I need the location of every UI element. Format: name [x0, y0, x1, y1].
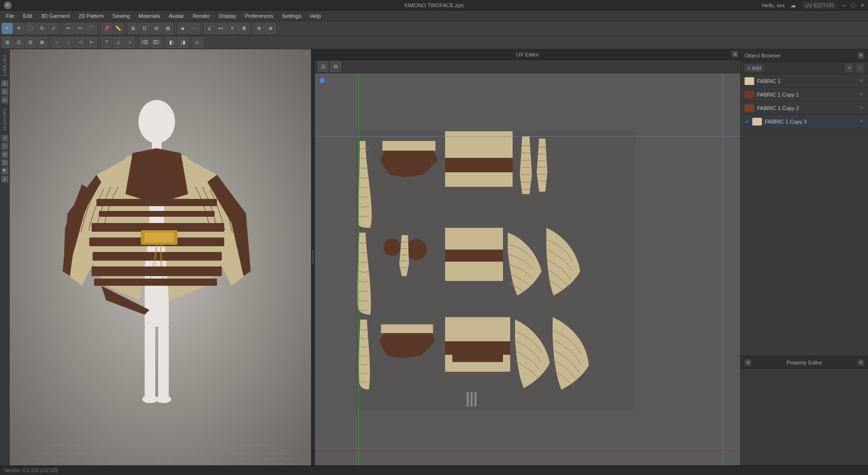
move-tool-btn[interactable]: ✛ [14, 23, 24, 34]
sidebar-label-history: HISTORY [2, 108, 7, 130]
fabric-1-eye[interactable]: 👁 [859, 78, 864, 84]
fabric-4-eye[interactable]: 👁 [859, 119, 864, 124]
rotate-tool-btn[interactable]: ↻ [37, 23, 47, 34]
tb-btn-7[interactable]: ⊣ [75, 37, 85, 48]
sidebar-icon-6[interactable]: ⊠ [1, 151, 8, 158]
grid-btn[interactable]: ⊟ [151, 23, 162, 34]
uv-frame-btn[interactable]: ⊡ [318, 61, 328, 72]
ob-tool-1[interactable]: ⊞ [845, 64, 854, 72]
minimize-button[interactable]: – [842, 2, 846, 9]
tb-btn-3[interactable]: ⊟ [25, 37, 36, 48]
menu-item-help[interactable]: Help [306, 12, 325, 20]
pin-tool-btn[interactable]: 📌 [101, 23, 112, 34]
app-title: KIMONO TWOFACE.zprj [405, 2, 464, 8]
sidebar-icon-7[interactable]: ⊡ [1, 159, 8, 166]
menu-item-preferences[interactable]: Preferences [241, 12, 277, 20]
tb-btn-14[interactable]: ◧ [166, 37, 176, 48]
sidebar-icon-8[interactable]: 🔍 [1, 168, 8, 174]
panel-resize-handle[interactable] [311, 49, 315, 465]
tb-btn-1[interactable]: ⊞ [2, 37, 13, 48]
fabric-item-3[interactable]: FABRIC 1 Copy 2 👁 [741, 101, 868, 115]
menu-item-materials[interactable]: Materials [135, 12, 164, 20]
toolbar-sep-b3 [137, 38, 137, 47]
align-btn[interactable]: ≡ [227, 23, 238, 34]
tb-btn-8[interactable]: ⊢ [86, 37, 97, 48]
menu-item-avatar[interactable]: Avatar [165, 12, 188, 20]
symmetry-btn[interactable]: ⊠ [163, 23, 173, 34]
toolbar-sep-6 [251, 24, 252, 33]
transform-btn[interactable]: ◈ [177, 23, 188, 34]
ob-tool-2[interactable]: ⊡ [855, 64, 864, 72]
select-tool-btn[interactable]: ↖ [2, 23, 13, 34]
tb-btn-9[interactable]: ⊤ [101, 37, 112, 48]
toolbar-sep-1 [61, 24, 61, 33]
add-fabric-button[interactable]: + Add [745, 64, 764, 72]
uv-bottom-boundary [315, 448, 740, 448]
curve-tool-btn[interactable]: ⌒ [86, 23, 97, 34]
uv-camera-btn[interactable]: ⊟ [330, 61, 341, 72]
svg-rect-55 [452, 355, 503, 362]
sidebar-icon-3[interactable]: ◈ [1, 97, 8, 103]
tb-btn-4[interactable]: ⊠ [37, 37, 47, 48]
tb-btn-2[interactable]: ⊡ [14, 37, 24, 48]
tb-btn-10[interactable]: ⊥ [113, 37, 123, 48]
close-button[interactable]: × [861, 2, 864, 9]
sidebar-icon-1[interactable]: ⊞ [1, 80, 8, 87]
distribute-btn[interactable]: ≣ [239, 23, 249, 34]
fabric-3-eye[interactable]: 👁 [859, 105, 864, 111]
property-editor-expand[interactable]: ⊞ [745, 359, 751, 366]
scissors-tool-btn[interactable]: ✂ [75, 23, 85, 34]
sidebar-icon-4[interactable]: ↺ [1, 135, 8, 141]
sidebar-icon-2[interactable]: ⊟ [1, 88, 8, 95]
viewport-resize-indicator: ⊡ [305, 51, 309, 56]
menu-item-3d-garment[interactable]: 3D Garment [37, 12, 74, 20]
maximize-button[interactable]: □ [852, 2, 855, 9]
svg-rect-20 [94, 279, 217, 286]
menu-item-edit[interactable]: Edit [19, 12, 36, 20]
svg-rect-56 [467, 392, 469, 406]
uv-editor-toolbar: ⊡ ⊟ [315, 60, 740, 73]
menu-item-2d-pattern[interactable]: 2D Pattern [75, 12, 108, 20]
angle-btn[interactable]: ∠ [204, 23, 215, 34]
tb-btn-16[interactable]: ▷ [192, 37, 203, 48]
uv-editor-titlebar: UV Editor ⊞ [315, 49, 740, 60]
toolbar-sep-b5 [190, 38, 190, 47]
tb-btn-11[interactable]: ⊦ [124, 37, 135, 48]
object-browser-expand[interactable]: ⊞ [857, 52, 864, 59]
tb-btn-13[interactable]: ⌦ [151, 37, 162, 48]
extra-btn-1[interactable]: ⊕ [254, 23, 264, 34]
menu-item-render[interactable]: Render [189, 12, 214, 20]
svg-rect-19 [92, 266, 222, 276]
fabric-item-4[interactable]: ✓ FABRIC 1 Copy 3 👁 [741, 115, 868, 128]
snap-btn[interactable]: ⊡ [139, 23, 150, 34]
tb-btn-6[interactable]: ↕ [63, 37, 74, 48]
fabric-2-eye[interactable]: 👁 [859, 92, 864, 97]
flatten-btn[interactable]: ⊷ [216, 23, 226, 34]
uv-editor-area: UV Editor ⊞ ⊡ ⊟ [315, 49, 740, 465]
fabric-item-2[interactable]: FABRIC 1 Copy 1 👁 [741, 88, 868, 101]
seam-btn[interactable]: ⊞ [128, 23, 138, 34]
left-sidebar: LIBRARY ⊞ ⊟ ◈ HISTORY ↺ ↻ ⊠ ⊡ 🔍 ⊕ [0, 49, 10, 465]
cloud-icon[interactable]: ☁ [790, 2, 796, 9]
user-greeting: Hello, xxx [762, 2, 785, 8]
select-rect-btn[interactable]: ⬚ [25, 23, 36, 34]
measure-tool-btn[interactable]: 📏 [113, 23, 123, 34]
uv-titlebar-expand[interactable]: ⊞ [732, 51, 738, 57]
fabric-item-1[interactable]: FABRIC 1 👁 [741, 74, 868, 88]
menu-item-settings[interactable]: Settings [278, 12, 305, 20]
scale-tool-btn[interactable]: ⤢ [48, 23, 59, 34]
tb-btn-12[interactable]: ⌫ [139, 37, 150, 48]
menu-item-file[interactable]: File [2, 12, 18, 20]
menu-item-sewing[interactable]: Sewing [108, 12, 134, 20]
uv-canvas[interactable] [315, 73, 740, 465]
more-btn[interactable]: ⋯ [189, 23, 200, 34]
tb-btn-15[interactable]: ◨ [177, 37, 188, 48]
sidebar-icon-5[interactable]: ↻ [1, 143, 8, 150]
property-editor-collapse[interactable]: ⊟ [857, 359, 864, 366]
viewport-3d[interactable]: ⊡ [10, 49, 311, 465]
menu-item-display[interactable]: Display [215, 12, 240, 20]
tb-btn-5[interactable]: ↔ [52, 37, 62, 48]
sidebar-icon-9[interactable]: ⊕ [1, 176, 8, 182]
extra-btn-2[interactable]: ⊗ [265, 23, 276, 34]
pen-tool-btn[interactable]: ✏ [63, 23, 74, 34]
